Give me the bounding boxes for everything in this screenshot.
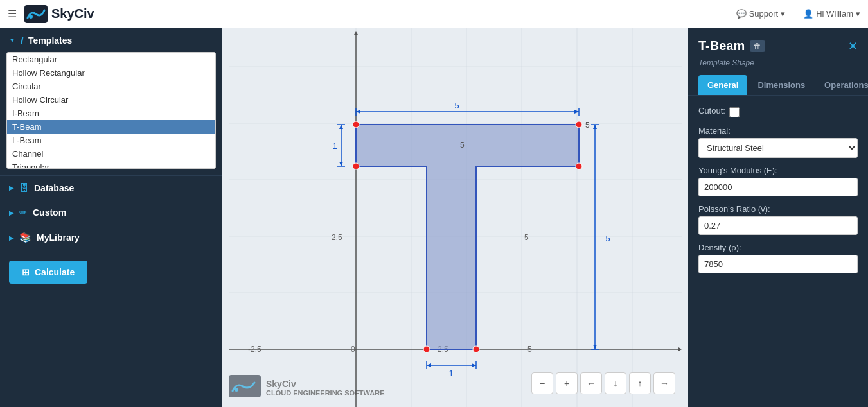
- cutout-container: Cutout:: [698, 106, 858, 118]
- svg-text:1: 1: [332, 141, 337, 151]
- watermark: SkyCiv CLOUD ENGINEERING SOFTWARE: [229, 375, 385, 401]
- user-label: Hi William: [816, 9, 853, 19]
- watermark-logo: [229, 375, 261, 401]
- panel-content: Cutout: Material: Structural Steel Alumi…: [688, 96, 868, 284]
- grid-svg: -2.5 0 2.5 5 2.5 5 5: [222, 28, 688, 407]
- pan-down-button[interactable]: ↓: [605, 372, 626, 394]
- tab-operations[interactable]: Operations: [815, 75, 868, 95]
- custom-section: ▶ ✏ Custom: [0, 200, 222, 225]
- tab-dimensions[interactable]: Dimensions: [748, 75, 814, 95]
- pan-right-button[interactable]: →: [653, 372, 675, 394]
- youngs-modulus-input[interactable]: [698, 178, 858, 196]
- youngs-modulus-group: Young's Modulus (E):: [698, 166, 858, 196]
- templates-label: Templates: [28, 35, 72, 46]
- custom-label: Custom: [33, 207, 66, 218]
- canvas-area: -2.5 0 2.5 5 2.5 5 5: [222, 28, 688, 407]
- menu-icon[interactable]: ☰: [8, 8, 17, 20]
- zoom-in-button[interactable]: +: [556, 372, 578, 394]
- support-label: Support: [749, 9, 779, 19]
- svg-text:0: 0: [351, 345, 355, 354]
- support-link[interactable]: 💬 Support ▾: [736, 9, 786, 19]
- svg-point-1: [29, 15, 33, 19]
- mylibrary-icon: 📚: [19, 232, 31, 243]
- cutout-checkbox[interactable]: [729, 107, 740, 117]
- template-hollow-circular[interactable]: Hollow Circular: [7, 93, 215, 107]
- custom-arrow: ▶: [9, 209, 14, 216]
- right-panel: T-Beam 🗑 ✕ Template Shape General Dimens…: [688, 28, 868, 407]
- templates-arrow: ▼: [9, 37, 15, 44]
- svg-text:-2.5: -2.5: [248, 345, 261, 354]
- database-section-header[interactable]: ▶ 🗄 Database: [0, 176, 222, 200]
- right-panel-header: T-Beam 🗑 ✕: [688, 28, 868, 58]
- navbar: ☰ SkyCiv 💬 Support ▾ 👤 Hi William ▾: [0, 0, 868, 28]
- cutout-label: Cutout:: [698, 106, 725, 116]
- pan-up-button[interactable]: ↑: [629, 372, 651, 394]
- template-rectangular[interactable]: Rectangular: [7, 53, 215, 66]
- template-channel[interactable]: Channel: [7, 147, 215, 160]
- template-t-beam[interactable]: T-Beam: [7, 120, 215, 134]
- pan-left-button[interactable]: ←: [580, 372, 602, 394]
- youngs-modulus-label: Young's Modulus (E):: [698, 166, 858, 175]
- support-chevron: ▾: [781, 9, 785, 19]
- templates-list-inner[interactable]: Rectangular Hollow Rectangular Circular …: [7, 53, 215, 168]
- navbar-logo: SkyCiv: [24, 5, 94, 23]
- mylibrary-section: ▶ 📚 MyLibrary: [0, 225, 222, 250]
- poissons-ratio-group: Poisson's Ratio (v):: [698, 204, 858, 235]
- template-circular[interactable]: Circular: [7, 80, 215, 93]
- mylibrary-section-header[interactable]: ▶ 📚 MyLibrary: [0, 225, 222, 250]
- svg-point-51: [576, 121, 582, 128]
- right-panel-title: T-Beam 🗑: [698, 39, 765, 53]
- canvas-nav: − + ← ↓ ↑ →: [531, 372, 675, 394]
- svg-point-50: [353, 121, 359, 128]
- user-icon: 👤: [803, 9, 813, 19]
- svg-rect-57: [229, 375, 261, 397]
- svg-point-55: [473, 346, 479, 352]
- svg-text:5: 5: [460, 141, 465, 150]
- sidebar: ▼ I Templates Rectangular Hollow Rectang…: [0, 28, 222, 407]
- svg-text:5: 5: [527, 345, 532, 354]
- material-label: Material:: [698, 126, 858, 135]
- panel-subtitle: Template Shape: [688, 58, 868, 75]
- calculate-label: Calculate: [35, 267, 75, 277]
- navbar-logo-text: SkyCiv: [51, 6, 94, 21]
- custom-section-header[interactable]: ▶ ✏ Custom: [0, 200, 222, 225]
- svg-point-52: [353, 163, 359, 169]
- svg-text:5: 5: [454, 101, 459, 110]
- templates-section-header[interactable]: ▼ I Templates: [0, 28, 222, 52]
- template-triangular[interactable]: Triangular: [7, 160, 215, 168]
- template-hollow-rectangular[interactable]: Hollow Rectangular: [7, 66, 215, 80]
- svg-text:5: 5: [605, 234, 610, 243]
- template-i-beam[interactable]: I-Beam: [7, 107, 215, 120]
- cutout-group: Cutout:: [698, 106, 858, 118]
- calculate-button[interactable]: ⊞ Calculate: [9, 261, 87, 284]
- svg-point-58: [235, 388, 238, 392]
- svg-text:5: 5: [524, 233, 529, 242]
- zoom-out-button[interactable]: −: [531, 372, 553, 394]
- material-group: Material: Structural Steel Aluminium Con…: [698, 126, 858, 158]
- tab-general[interactable]: General: [698, 75, 747, 95]
- templates-list: Rectangular Hollow Rectangular Circular …: [6, 52, 216, 169]
- density-label: Density (ρ):: [698, 243, 858, 252]
- user-menu[interactable]: 👤 Hi William ▾: [803, 9, 860, 19]
- support-icon: 💬: [736, 9, 747, 19]
- mylibrary-label: MyLibrary: [37, 232, 80, 243]
- database-icon: 🗄: [19, 182, 29, 193]
- template-l-beam[interactable]: L-Beam: [7, 134, 215, 147]
- user-chevron: ▾: [856, 9, 860, 19]
- mylibrary-arrow: ▶: [9, 234, 14, 241]
- skyciv-logo-icon: [24, 5, 48, 23]
- panel-tabs: General Dimensions Operations: [688, 75, 868, 96]
- database-arrow: ▶: [9, 184, 14, 191]
- templates-section: ▼ I Templates Rectangular Hollow Rectang…: [0, 28, 222, 176]
- delete-shape-button[interactable]: 🗑: [750, 40, 765, 52]
- density-input[interactable]: [698, 255, 858, 273]
- close-panel-button[interactable]: ✕: [848, 39, 858, 53]
- density-group: Density (ρ):: [698, 243, 858, 273]
- poissons-ratio-label: Poisson's Ratio (v):: [698, 204, 858, 214]
- poissons-ratio-input[interactable]: [698, 216, 858, 235]
- templates-icon: I: [21, 35, 23, 46]
- watermark-text: CLOUD ENGINEERING SOFTWARE: [266, 389, 385, 397]
- svg-text:5: 5: [585, 121, 590, 130]
- material-select[interactable]: Structural Steel Aluminium Concrete Timb…: [698, 138, 858, 158]
- calculate-icon: ⊞: [22, 267, 30, 277]
